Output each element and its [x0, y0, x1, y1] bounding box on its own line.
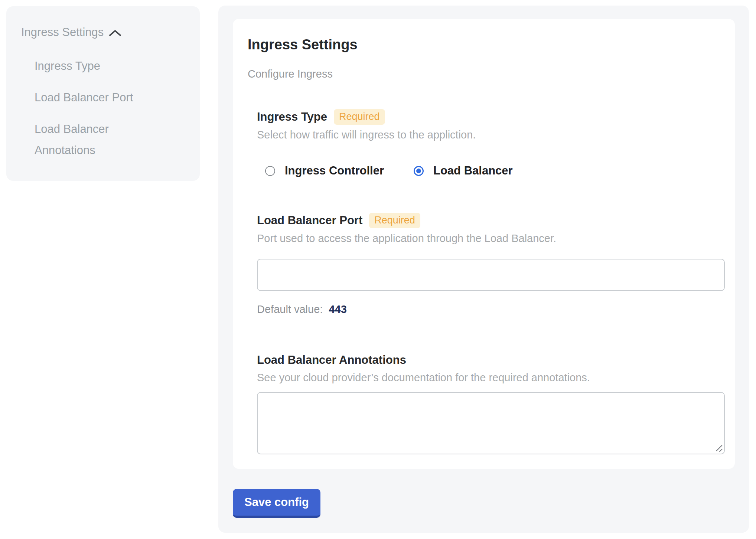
radio-button-ingress-controller[interactable] [265, 166, 275, 176]
page: Ingress Settings Ingress Type Load Balan… [0, 0, 756, 539]
annotations-textarea-wrap [257, 392, 725, 454]
save-config-button[interactable]: Save config [233, 489, 320, 518]
section-load-balancer-annotations: Load Balancer Annotations See your cloud… [257, 353, 720, 454]
radio-option-ingress-controller[interactable]: Ingress Controller [265, 164, 384, 177]
form-sections: Ingress Type Required Select how traffic… [257, 109, 720, 454]
page-title: Ingress Settings [248, 36, 720, 53]
sidebar-item-load-balancer-annotations[interactable]: Load Balancer Annotations [35, 118, 157, 161]
load-balancer-port-label: Load Balancer Port [257, 213, 362, 228]
load-balancer-annotations-textarea[interactable] [257, 392, 725, 454]
page-subtitle: Configure Ingress [248, 68, 720, 80]
settings-sidebar: Ingress Settings Ingress Type Load Balan… [6, 6, 200, 181]
sidebar-item-list: Ingress Type Load Balancer Port Load Bal… [21, 55, 189, 161]
chevron-up-icon [109, 29, 121, 37]
main-panel: Ingress Settings Configure Ingress Ingre… [218, 6, 749, 533]
load-balancer-annotations-description: See your cloud provider’s documentation … [257, 371, 720, 384]
section-load-balancer-port: Load Balancer Port Required Port used to… [257, 213, 720, 316]
radio-option-load-balancer[interactable]: Load Balancer [414, 164, 513, 177]
sidebar-item-load-balancer-port[interactable]: Load Balancer Port [35, 87, 157, 108]
radio-label-ingress-controller: Ingress Controller [285, 164, 384, 177]
sidebar-item-ingress-type[interactable]: Ingress Type [35, 55, 157, 76]
load-balancer-port-description: Port used to access the application thro… [257, 232, 720, 245]
radio-button-load-balancer[interactable] [414, 166, 424, 176]
ingress-settings-card: Ingress Settings Configure Ingress Ingre… [233, 19, 735, 469]
ingress-type-description: Select how traffic will ingress to the a… [257, 128, 720, 141]
required-badge: Required [369, 213, 420, 228]
sidebar-group-ingress-settings[interactable]: Ingress Settings [21, 24, 189, 40]
required-badge: Required [334, 109, 385, 125]
load-balancer-annotations-label: Load Balancer Annotations [257, 353, 406, 368]
section-ingress-type: Ingress Type Required Select how traffic… [257, 109, 720, 177]
default-value: 443 [329, 303, 346, 315]
load-balancer-port-input[interactable] [257, 259, 725, 291]
sidebar-group-label: Ingress Settings [21, 24, 104, 40]
default-value-line: Default value: 443 [257, 303, 720, 316]
default-value-label: Default value: [257, 303, 323, 315]
radio-label-load-balancer: Load Balancer [433, 164, 513, 177]
ingress-type-options: Ingress Controller Load Balancer [265, 164, 720, 177]
ingress-type-label: Ingress Type [257, 110, 327, 124]
